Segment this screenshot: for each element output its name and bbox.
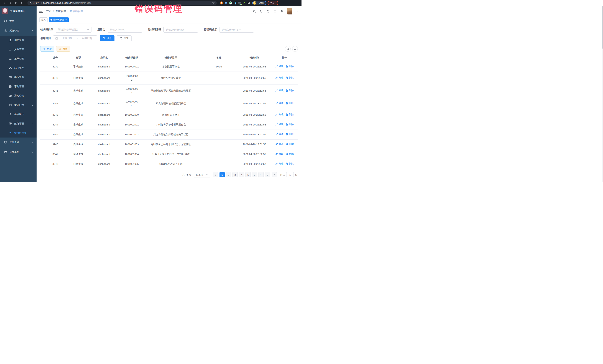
delete-link[interactable]: 删除 [285, 122, 294, 126]
delete-link[interactable]: 删除 [285, 101, 294, 105]
bookmark-star-icon[interactable] [212, 1, 215, 4]
sidebar-item-2[interactable]: 用户管理 [0, 36, 36, 45]
error-code-type-select[interactable]: 请选择错误码类型 [56, 27, 92, 33]
security-badge[interactable]: 不安全 [29, 1, 40, 5]
show-search-button[interactable] [285, 46, 290, 52]
calendar-icon [55, 37, 58, 40]
cell-app: dashboard [86, 97, 122, 110]
prev-page-button[interactable] [213, 172, 218, 177]
app-logo[interactable]: 芋道管理系统 [0, 6, 36, 16]
error-msg-input[interactable] [219, 27, 254, 33]
sidebar-item-4[interactable]: 菜单管理 [0, 54, 36, 63]
extension-v-icon[interactable]: V [229, 1, 232, 4]
sidebar-item-6[interactable]: 岗位管理 [0, 73, 36, 82]
browser-menu-icon[interactable] [276, 2, 277, 4]
sidebar-item-13[interactable]: 基础设施 [0, 138, 36, 147]
sidebar-item-14[interactable]: 研发工具 [0, 147, 36, 157]
edit-link[interactable]: 修改 [275, 76, 283, 79]
edit-link[interactable]: 修改 [275, 152, 283, 156]
extensions-puzzle-icon[interactable] [247, 1, 250, 4]
edit-link[interactable]: 修改 [275, 101, 283, 105]
page-button-2[interactable]: 2 [226, 172, 231, 177]
tab-home[interactable]: 首页 [39, 17, 47, 22]
home-icon[interactable] [21, 1, 24, 4]
extension-gem-icon[interactable] [225, 2, 227, 4]
date-range-picker[interactable]: 开始日期 - 结束日期 [53, 35, 97, 41]
sidebar-item-3[interactable]: 角色管理 [0, 45, 36, 54]
sidebar-item-label: 角色管理 [14, 48, 34, 51]
edit-link[interactable]: 修改 [275, 65, 283, 68]
edit-link[interactable]: 修改 [275, 132, 283, 136]
search-icon[interactable] [253, 10, 256, 13]
profile-paused-badge[interactable]: 已暂停 [252, 1, 267, 5]
sidebar-item-9[interactable]: 审计日志 [0, 100, 36, 110]
page-size-select[interactable]: 10条/页 [194, 172, 210, 177]
sidebar-item-5[interactable]: 部门管理 [0, 63, 36, 73]
page-button-3[interactable]: 3 [232, 172, 238, 177]
extension-grid-icon[interactable] [234, 2, 236, 4]
font-size-icon[interactable] [280, 10, 283, 13]
browser-update-button[interactable]: 更新 [267, 1, 278, 5]
extension-list-icon[interactable]: on [238, 2, 241, 4]
reload-icon[interactable] [15, 1, 18, 4]
delete-link[interactable]: 删除 [285, 65, 294, 68]
sidebar-item-10[interactable]: 在线用户 [0, 110, 36, 119]
table-row: 3946自动生成dashboard1001001003定时任务已经处于该状态，无… [40, 140, 298, 149]
sidebar-toggle-icon[interactable] [39, 9, 43, 13]
page-button-1[interactable]: 1 [220, 172, 225, 177]
edit-link[interactable]: 修改 [275, 122, 283, 126]
delete-link[interactable]: 删除 [285, 113, 294, 116]
refresh-table-button[interactable] [292, 46, 298, 52]
cell-type: 自动生成 [70, 140, 86, 149]
page-ellipsis[interactable]: ••• [258, 172, 264, 177]
cell-id: 3945 [40, 130, 70, 140]
address-bar[interactable]: 不安全 dashboard.yudao.iocoder.cn/system/er… [27, 1, 217, 5]
breadcrumb: 首页 / 系统管理 / 错误码管理 [46, 10, 83, 13]
delete-link[interactable]: 删除 [285, 142, 294, 146]
delete-link[interactable]: 删除 [285, 88, 294, 92]
tab-error-code[interactable]: 错误码管理 × [49, 17, 69, 22]
back-icon[interactable] [3, 1, 6, 4]
sidebar-item-7[interactable]: 字典管理 [0, 82, 36, 91]
extension-target-icon[interactable] [220, 1, 223, 4]
extension-key-icon[interactable] [243, 1, 246, 4]
delete-link[interactable]: 删除 [285, 76, 294, 79]
edit-link[interactable]: 修改 [275, 162, 283, 165]
close-tab-icon[interactable]: × [65, 19, 67, 21]
delete-link[interactable]: 删除 [285, 132, 294, 136]
page-button-5[interactable]: 5 [245, 172, 251, 177]
sidebar-item-label: 研发工具 [10, 150, 28, 154]
app-name-input[interactable] [108, 27, 142, 33]
error-code-input[interactable] [163, 27, 198, 33]
edit-link[interactable]: 修改 [275, 88, 283, 92]
goto-page-input[interactable] [286, 172, 294, 177]
delete-link[interactable]: 删除 [285, 152, 294, 156]
edit-link[interactable]: 修改 [275, 142, 283, 146]
reset-button[interactable]: 重置 [117, 35, 132, 41]
page-button-8[interactable]: 8 [265, 172, 270, 177]
sidebar-item-1[interactable]: 系统管理 [0, 26, 36, 36]
breadcrumb-home[interactable]: 首页 [46, 10, 51, 13]
user-avatar[interactable] [287, 8, 292, 14]
sidebar-item-8[interactable]: 通知公告 [0, 91, 36, 100]
sidebar-item-12[interactable]: 错误码管理 [0, 128, 36, 138]
page-button-6[interactable]: 6 [252, 172, 257, 177]
edit-link[interactable]: 修改 [275, 113, 283, 116]
breadcrumb-system[interactable]: 系统管理 [56, 10, 66, 13]
sidebar-item-0[interactable]: 首页 [0, 16, 36, 26]
fullscreen-icon[interactable] [274, 10, 277, 13]
sidebar-item-11[interactable]: 短信管理 [0, 119, 36, 128]
extensions-area: V on [219, 1, 251, 4]
add-button[interactable]: 新增 [40, 46, 54, 52]
forward-icon[interactable] [9, 1, 12, 4]
help-icon[interactable] [267, 10, 270, 13]
next-page-button[interactable] [272, 172, 277, 177]
cell-time: 2021-04-20 23:52:56 [238, 85, 271, 97]
search-button[interactable]: 搜索 [100, 35, 115, 41]
page-button-4[interactable]: 4 [239, 172, 244, 177]
user-menu-caret-icon[interactable] [296, 10, 298, 12]
github-icon[interactable] [260, 10, 263, 13]
delete-link[interactable]: 删除 [285, 162, 294, 165]
export-button[interactable]: 导出 [56, 46, 70, 52]
roles-icon [9, 48, 12, 51]
